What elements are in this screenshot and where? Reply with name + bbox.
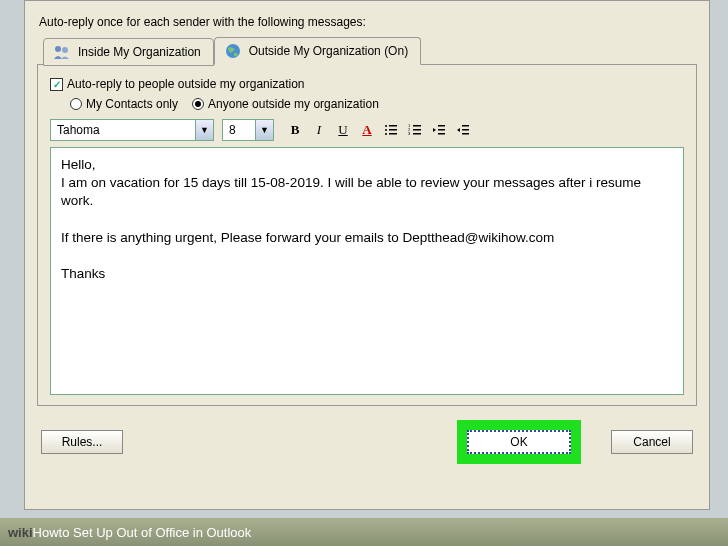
outdent-icon[interactable] — [428, 119, 450, 141]
radio-anyone-outside[interactable]: Anyone outside my organization — [192, 97, 379, 111]
svg-rect-12 — [413, 129, 421, 131]
svg-point-3 — [385, 125, 387, 127]
radio-checked-icon — [192, 98, 204, 110]
font-size-dropdown[interactable]: 8 ▼ — [222, 119, 274, 141]
article-caption-bar: wikiHow to Set Up Out of Office in Outlo… — [0, 518, 728, 546]
tab-panel-outside: ✓ Auto-reply to people outside my organi… — [37, 64, 697, 406]
indent-icon[interactable] — [452, 119, 474, 141]
tab-label: Inside My Organization — [78, 45, 201, 59]
header-label: Auto-reply once for each sender with the… — [39, 15, 697, 29]
svg-point-5 — [385, 129, 387, 131]
svg-rect-4 — [389, 125, 397, 127]
svg-point-1 — [62, 47, 68, 53]
svg-rect-14 — [413, 133, 421, 135]
ok-button[interactable]: OK — [467, 430, 571, 454]
dialog-button-row: Rules... OK Cancel — [37, 420, 697, 464]
font-color-button[interactable]: A — [356, 119, 378, 141]
chevron-down-icon[interactable]: ▼ — [255, 120, 273, 140]
tab-outside-org[interactable]: Outside My Organization (On) — [214, 37, 421, 65]
font-value: Tahoma — [51, 123, 106, 137]
checkbox-checked-icon[interactable]: ✓ — [50, 78, 63, 91]
svg-point-7 — [385, 133, 387, 135]
svg-rect-8 — [389, 133, 397, 135]
bullet-list-icon[interactable] — [380, 119, 402, 141]
tab-inside-org[interactable]: Inside My Organization — [43, 38, 214, 66]
svg-rect-18 — [462, 125, 469, 127]
svg-text:3: 3 — [408, 131, 411, 136]
scope-radio-group: My Contacts only Anyone outside my organ… — [70, 97, 684, 111]
tab-label: Outside My Organization (On) — [249, 44, 408, 58]
svg-rect-16 — [438, 129, 445, 131]
svg-rect-10 — [413, 125, 421, 127]
radio-unchecked-icon — [70, 98, 82, 110]
rules-button[interactable]: Rules... — [41, 430, 123, 454]
caption-text: to Set Up Out of Office in Outlook — [59, 525, 252, 540]
svg-point-0 — [55, 46, 61, 52]
chevron-down-icon[interactable]: ▼ — [195, 120, 213, 140]
underline-button[interactable]: U — [332, 119, 354, 141]
tab-strip: Inside My Organization Outside My Organi… — [43, 37, 697, 65]
radio-contacts-only[interactable]: My Contacts only — [70, 97, 178, 111]
svg-rect-19 — [462, 129, 469, 131]
autoreply-checkbox-row[interactable]: ✓ Auto-reply to people outside my organi… — [50, 77, 684, 91]
italic-button[interactable]: I — [308, 119, 330, 141]
auto-reply-dialog: Auto-reply once for each sender with the… — [24, 0, 710, 510]
message-editor[interactable]: Hello, I am on vacation for 15 days till… — [50, 147, 684, 395]
size-value: 8 — [223, 123, 242, 137]
cancel-button[interactable]: Cancel — [611, 430, 693, 454]
svg-rect-15 — [438, 125, 445, 127]
radio-label: Anyone outside my organization — [208, 97, 379, 111]
org-people-icon — [52, 43, 72, 61]
svg-rect-6 — [389, 129, 397, 131]
bold-button[interactable]: B — [284, 119, 306, 141]
wikihow-logo: wikiHow — [8, 525, 59, 540]
numbered-list-icon[interactable]: 123 — [404, 119, 426, 141]
radio-label: My Contacts only — [86, 97, 178, 111]
svg-rect-20 — [462, 133, 469, 135]
globe-icon — [223, 42, 243, 60]
checkbox-label: Auto-reply to people outside my organiza… — [67, 77, 304, 91]
font-family-dropdown[interactable]: Tahoma ▼ — [50, 119, 214, 141]
ok-highlight-box: OK — [457, 420, 581, 464]
svg-rect-17 — [438, 133, 445, 135]
editor-toolbar: Tahoma ▼ 8 ▼ B I U A 123 — [50, 119, 684, 141]
